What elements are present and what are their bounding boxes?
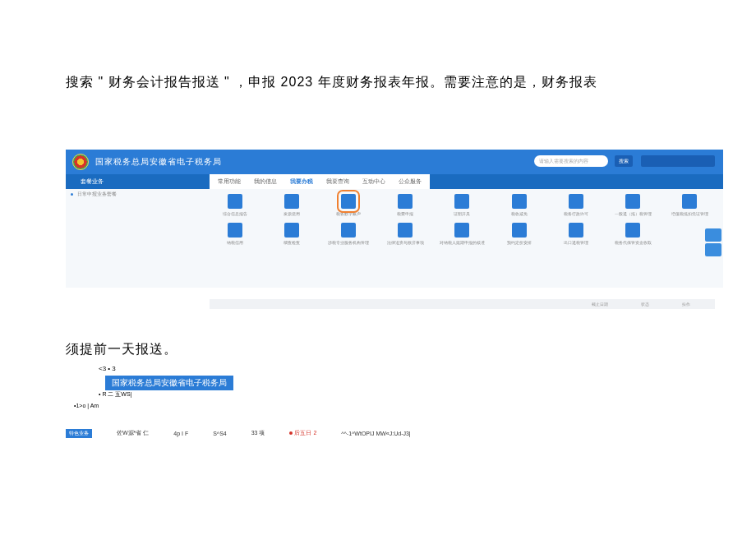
nav-tab-myinfo[interactable]: 我的信息 — [254, 178, 277, 186]
module-icon — [625, 194, 640, 209]
grid-item-pricing[interactable]: 预约定价安排 — [494, 223, 544, 245]
app-header-bar: 国家税务总局安徽省电子税务局 请输入需要搜索的内容 搜索 — [66, 150, 723, 174]
sidebar-header: 套餐业务 — [66, 178, 104, 186]
red-dot-icon — [289, 431, 293, 435]
module-icon — [228, 223, 242, 238]
grid-item-credit[interactable]: 纳税信用 — [210, 223, 260, 245]
float-chat-button[interactable] — [705, 243, 721, 256]
nav-tab-interact[interactable]: 互动中心 — [362, 178, 385, 186]
grid-item-cert[interactable]: 证明开具 — [437, 194, 487, 216]
grid-item-export-refund[interactable]: 出口退税管理 — [551, 223, 601, 245]
module-icon — [512, 223, 527, 238]
grid-item-delay[interactable]: 对纳税人延期申报的核准 — [437, 223, 487, 245]
grid-item-custody[interactable]: 税务代保管资金收取 — [608, 223, 658, 245]
grid-item-digital-account[interactable]: 税务数字账户 — [323, 194, 373, 216]
national-emblem-icon — [72, 154, 89, 170]
instruction-line-1: 搜索 " 财务会计报告报送 " ，申报 2023 年度财务报表年报。需要注意的是… — [66, 74, 597, 91]
module-icon — [228, 194, 242, 209]
grid-item-tax-declare[interactable]: 税费申报 — [380, 194, 431, 216]
module-icon — [341, 194, 356, 209]
col-action: 操作 — [682, 302, 690, 307]
lower-dots: <3 • 3 — [99, 365, 116, 372]
grid-item-inspect[interactable]: 稽查检查 — [266, 223, 316, 245]
grid-item-legal[interactable]: 法律追责与救济事项 — [380, 223, 431, 245]
module-icon — [454, 223, 469, 238]
side-float-panel — [705, 228, 721, 258]
footer-upcoming: 后五日 2 — [289, 429, 316, 437]
search-input[interactable]: 请输入需要搜索的内容 — [534, 155, 608, 167]
module-icon — [454, 194, 469, 209]
user-badge[interactable] — [641, 155, 715, 167]
col-deadline: 截止日期 — [592, 302, 608, 307]
footer-badge[interactable]: 特色业务 — [66, 429, 92, 438]
grid-item-tax-reduce[interactable]: 税收减免 — [494, 194, 544, 216]
grid-item-pro-service[interactable]: 涉税专业服务机构管理 — [323, 223, 373, 245]
nav-tab-common[interactable]: 常用功能 — [218, 178, 241, 186]
app-title: 国家税务总局安徽省电子税务局 — [95, 156, 222, 168]
module-icon — [625, 223, 640, 238]
nav-tab-query[interactable]: 我要查询 — [326, 178, 349, 186]
sidebar-item[interactable]: 日常申报业务套餐 — [66, 189, 118, 199]
footer-count: 33 项 — [251, 429, 265, 437]
float-help-button[interactable] — [705, 228, 721, 242]
nav-tab-handle[interactable]: 我要办税 — [290, 178, 313, 186]
module-icon — [284, 194, 299, 209]
module-icon — [569, 223, 583, 238]
footer-row: 特色业务 佐W源*省 仁 4p I F S^S4 33 项 后五日 2 ^^-1… — [66, 427, 592, 439]
app-screenshot: 国家税务总局安徽省电子税务局 请输入需要搜索的内容 搜索 套餐业务 常用功能 我… — [66, 150, 723, 314]
grid-item-vat-credential[interactable]: 增值税抵扣凭证管理 — [665, 194, 715, 216]
col-status: 状态 — [641, 302, 649, 307]
instruction-line-2: 须提前一天报送。 — [66, 341, 177, 358]
module-icon — [569, 194, 583, 209]
footer-item-1: 佐W源*省 仁 — [117, 429, 149, 437]
footer-item-3: S^S4 — [213, 431, 227, 436]
grid-item-tax-admin[interactable]: 税务行政许可 — [551, 194, 601, 216]
function-grid: 综合信息报告 发票使用 税务数字账户 税费申报 证明开具 税收减免 税务行政许可… — [210, 194, 715, 245]
search-button[interactable]: 搜索 — [615, 155, 633, 167]
nav-tab-public[interactable]: 公众服务 — [399, 178, 422, 186]
footer-item-2: 4p I F — [173, 431, 188, 436]
module-icon — [341, 223, 356, 238]
grid-item-refund[interactable]: 一般退（抵）税管理 — [608, 194, 658, 216]
module-icon — [398, 194, 413, 209]
table-header-strip: 截止日期 状态 操作 — [210, 299, 715, 309]
lower-meta-1: • R 二 五WS| — [99, 390, 131, 399]
footer-right-text: ^^-1^WtOPIJ MW«J:Ud-J3| — [341, 431, 410, 436]
grid-item-invoice[interactable]: 发票使用 — [266, 194, 316, 216]
bottom-bar: 截止日期 状态 操作 — [66, 288, 723, 314]
sidebar-item-label: 日常申报业务套餐 — [77, 191, 117, 196]
lower-title-bar: 国家税务总局安徽省电子税务局 — [105, 376, 233, 390]
module-icon — [682, 194, 697, 209]
lower-meta-2: •1>o | Am — [74, 403, 99, 408]
module-icon — [284, 223, 299, 238]
grid-item-info-report[interactable]: 综合信息报告 — [210, 194, 260, 216]
bullet-icon — [71, 193, 73, 196]
nav-tabs: 常用功能 我的信息 我要办税 我要查询 互动中心 公众服务 — [210, 174, 430, 189]
module-icon — [512, 194, 527, 209]
module-icon — [398, 223, 413, 238]
